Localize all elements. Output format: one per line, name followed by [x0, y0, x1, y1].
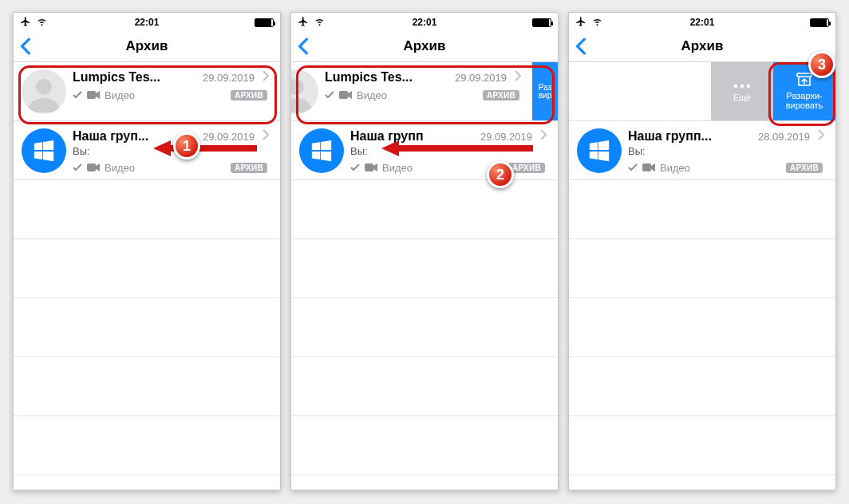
- archive-badge: АРХИВ: [483, 90, 519, 100]
- empty-row: [14, 416, 280, 475]
- avatar-placeholder-icon: [290, 69, 318, 114]
- check-icon: [628, 162, 638, 174]
- empty-row: [569, 416, 835, 475]
- chat-row-lumpics[interactable]: Ещё Разархи- вировать Tes... 29.0: [569, 62, 835, 121]
- empty-row: [291, 239, 558, 298]
- check-icon: [350, 162, 360, 174]
- svg-point-7: [740, 85, 744, 89]
- chat-date: 28.09.2019: [758, 131, 813, 143]
- archive-badge: АРХИВ: [508, 163, 545, 173]
- unarchive-label: Разархи- вировать: [786, 91, 823, 110]
- svg-rect-1: [87, 91, 96, 99]
- screen-step-1: 22:01 Архив Lumpics Tes...: [13, 12, 281, 490]
- archive-badge: АРХИВ: [231, 163, 267, 173]
- video-icon: [365, 162, 377, 174]
- svg-rect-5: [365, 163, 373, 171]
- chevron-right-icon: [515, 70, 521, 85]
- group-avatar-windows-icon: [577, 128, 622, 173]
- status-bar: 22:01: [569, 13, 835, 30]
- status-bar: 22:01: [14, 13, 280, 30]
- chat-preview: Видео: [105, 162, 135, 174]
- swipe-action-unarchive[interactable]: Разархи- вировать: [773, 62, 835, 120]
- chat-preview: Видео: [382, 162, 413, 174]
- check-icon: [73, 89, 82, 101]
- chat-from: Вы:: [628, 145, 831, 157]
- status-time: 22:01: [569, 17, 835, 28]
- empty-row: [569, 357, 835, 416]
- chat-from: Вы:: [73, 145, 275, 157]
- empty-row: [291, 298, 558, 357]
- empty-row: [14, 180, 280, 239]
- check-icon: [73, 162, 82, 174]
- unarchive-icon: [796, 73, 812, 89]
- svg-rect-9: [797, 73, 811, 77]
- chat-name: Lumpics Tes...: [73, 70, 160, 85]
- empty-row: [291, 416, 558, 475]
- swipe-action-more[interactable]: Ещё: [711, 62, 773, 120]
- chat-date: 29.09.2019: [203, 72, 258, 84]
- chat-date: 29.09.2019: [455, 72, 510, 84]
- battery-icon: [532, 18, 551, 27]
- chat-preview: Видео: [105, 89, 135, 101]
- video-icon: [642, 162, 655, 174]
- chat-row-group[interactable]: Наша груп... 29.09.2019 Вы: Видео АРХИВ: [14, 121, 280, 180]
- chevron-right-icon: [263, 70, 269, 85]
- avatar-placeholder-icon: [22, 69, 66, 114]
- video-icon: [87, 89, 100, 101]
- chevron-right-icon: [540, 129, 547, 144]
- svg-point-6: [734, 85, 738, 89]
- nav-bar: Архив: [291, 30, 558, 62]
- svg-rect-2: [87, 163, 96, 171]
- status-bar: 22:01: [291, 13, 558, 30]
- nav-bar: Архив: [14, 30, 280, 62]
- video-icon: [339, 89, 352, 101]
- screen-step-3: 22:01 Архив Ещё: [568, 12, 836, 490]
- status-time: 22:01: [291, 17, 558, 28]
- screen-step-2: 22:01 Архив Раз вир: [290, 12, 559, 490]
- empty-row: [291, 357, 558, 416]
- status-time: 22:01: [14, 17, 280, 28]
- empty-row: [14, 357, 280, 416]
- chevron-right-icon: [263, 129, 269, 144]
- battery-icon: [255, 18, 274, 27]
- check-icon: [325, 89, 334, 101]
- svg-rect-4: [339, 91, 348, 99]
- nav-bar: Архив: [569, 30, 835, 62]
- empty-row: [569, 298, 835, 357]
- empty-row: [291, 180, 558, 239]
- chat-row-group[interactable]: Наша групп 29.09.2019 Вы: Видео АРХИВ: [291, 121, 558, 180]
- archive-badge: АРХИВ: [786, 163, 823, 173]
- empty-row: [569, 180, 835, 239]
- empty-row: [14, 298, 280, 357]
- page-title: Архив: [14, 38, 280, 54]
- chat-preview: Видео: [357, 89, 387, 101]
- swipe-action-unarchive-partial[interactable]: Раз вир: [532, 62, 558, 120]
- chat-name: Lumpics Tes...: [325, 70, 413, 85]
- empty-row: [569, 239, 835, 298]
- ellipsis-icon: [733, 81, 751, 90]
- chat-row-lumpics[interactable]: Lumpics Tes... 29.09.2019: [14, 62, 280, 121]
- chat-name: Наша груп...: [73, 129, 148, 144]
- chat-from: Вы:: [350, 145, 553, 157]
- chat-row-group[interactable]: Наша групп... 28.09.2019 Вы: Видео АРХИВ: [569, 121, 835, 180]
- group-avatar-windows-icon: [299, 128, 344, 173]
- svg-rect-10: [642, 163, 651, 171]
- chat-date: 29.09.2019: [203, 131, 258, 143]
- page-title: Архив: [569, 38, 835, 54]
- svg-point-8: [747, 85, 751, 89]
- chat-row-lumpics[interactable]: Раз вир Lumpics Tes... 29.09.2019: [291, 62, 558, 121]
- group-avatar-windows-icon: [22, 128, 66, 173]
- video-icon: [87, 162, 100, 174]
- chevron-right-icon: [818, 129, 824, 144]
- battery-icon: [810, 18, 829, 27]
- svg-point-3: [290, 79, 304, 95]
- chat-preview: Видео: [660, 162, 690, 174]
- chat-name: Наша групп...: [628, 129, 712, 144]
- chat-date: 29.09.2019: [480, 131, 535, 143]
- more-label: Ещё: [733, 93, 752, 102]
- chat-name: Наша групп: [350, 129, 424, 144]
- svg-point-0: [36, 79, 52, 95]
- empty-row: [14, 239, 280, 298]
- page-title: Архив: [291, 38, 558, 54]
- archive-badge: АРХИВ: [231, 90, 267, 100]
